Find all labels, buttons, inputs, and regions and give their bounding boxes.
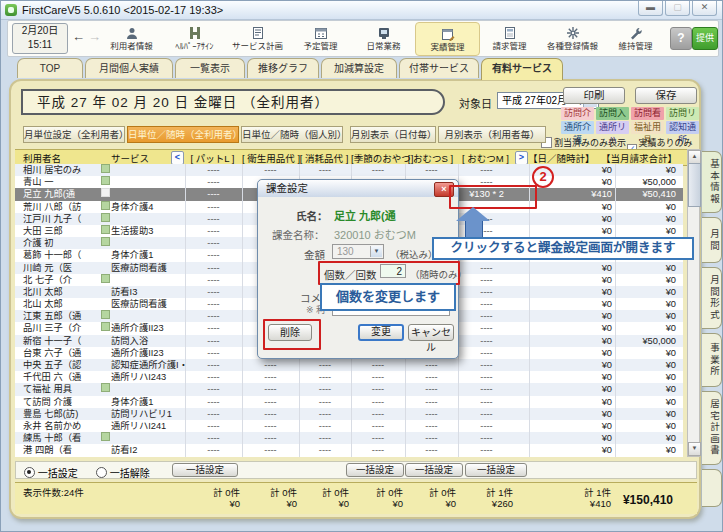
save-button[interactable]: 保存 (635, 87, 697, 104)
item-cell[interactable]: ---- (185, 322, 241, 334)
item-cell[interactable]: ---- (242, 396, 298, 408)
item-cell[interactable]: ---- (185, 201, 241, 213)
tab-2[interactable]: 月間個人実績 (85, 58, 173, 78)
item-cell[interactable]: ---- (405, 420, 457, 432)
item-cell[interactable]: ---- (185, 262, 241, 274)
item-cell[interactable]: ---- (405, 383, 457, 395)
item-cell[interactable]: ---- (299, 371, 350, 383)
item-cell[interactable]: ---- (458, 347, 514, 359)
bulk-set-radio[interactable]: 一括設定 (24, 465, 78, 480)
bulk-clear-radio[interactable]: 一括解除 (96, 465, 150, 480)
toolbar-nav-2[interactable]: ﾍﾙﾊﾟｰｱｻｲﾝ (163, 22, 226, 54)
item-cell[interactable]: ---- (405, 432, 457, 444)
view-mode-button[interactable]: 日単位／随時（個人別） (241, 126, 343, 143)
side-tab-1[interactable]: 基本情報 (702, 151, 722, 213)
table-row[interactable]: 中央 五子（認認知症通所介護I・------------------------… (15, 359, 683, 371)
bulk-set-button-diaper-s[interactable]: 一括設定 (405, 463, 463, 477)
radio-on-icon[interactable] (24, 467, 35, 478)
col-header-item-1[interactable]: [ パットL ] (185, 151, 240, 165)
column-scroll-right-button[interactable]: > (515, 151, 528, 165)
item-cell[interactable]: ---- (405, 444, 457, 456)
item-cell[interactable]: ---- (185, 188, 241, 200)
toolbar-nav-6[interactable]: 実績管理 (415, 22, 480, 56)
col-header-item-3[interactable]: [ 消耗品代 ] (299, 151, 349, 165)
item-cell[interactable]: ---- (458, 444, 514, 456)
maximize-button[interactable]: ▢ (665, 1, 690, 16)
bulk-set-button-snack[interactable]: 一括設定 (346, 463, 404, 477)
item-cell[interactable]: ---- (242, 408, 298, 420)
item-cell[interactable]: ---- (185, 383, 241, 395)
item-cell[interactable]: ---- (458, 371, 514, 383)
item-cell[interactable]: ---- (185, 164, 241, 176)
item-cell[interactable]: ---- (185, 396, 241, 408)
table-row[interactable]: て福祉 用具------------------------¥0¥0 (15, 383, 683, 395)
table-row[interactable]: 豊島 七郎(訪)訪問リハビリ1------------------------¥… (15, 408, 683, 420)
tab-3[interactable]: 一覧表示 (175, 58, 245, 78)
col-header-item-2[interactable]: [ 衛生用品代 ] (242, 151, 297, 165)
item-cell[interactable]: ---- (405, 164, 457, 176)
table-scrollbar[interactable]: ▲ ▼ (687, 149, 700, 457)
item-cell[interactable]: ---- (458, 335, 514, 347)
tab-5[interactable]: 加減算設定 (321, 58, 397, 78)
item-cell[interactable]: ---- (185, 213, 241, 225)
item-cell[interactable]: ---- (351, 444, 404, 456)
item-cell[interactable]: ---- (351, 371, 404, 383)
item-cell[interactable]: ---- (242, 371, 298, 383)
item-cell[interactable]: ---- (351, 408, 404, 420)
item-cell[interactable]: ---- (351, 359, 404, 371)
bulk-set-button-pad[interactable]: 一括設定 (172, 463, 238, 477)
view-mode-button[interactable]: 月別表示（日付毎） (350, 126, 436, 143)
toolbar-nav-9[interactable]: 維持管理 (604, 22, 667, 54)
cancel-button[interactable]: キャンセル (408, 324, 454, 341)
item-cell[interactable]: ---- (242, 444, 298, 456)
item-cell[interactable]: ---- (185, 298, 241, 310)
col-header-item-6[interactable]: [ おむつM ] (458, 151, 513, 165)
item-cell[interactable]: ---- (458, 396, 514, 408)
minimize-button[interactable]: ▬ (638, 1, 663, 16)
item-cell[interactable]: ---- (299, 383, 350, 395)
item-cell[interactable]: ---- (458, 322, 514, 334)
item-cell[interactable]: ---- (458, 164, 514, 176)
scrollbar-thumb[interactable] (688, 163, 701, 207)
side-tab-5[interactable]: 居宅計画書 (702, 391, 722, 465)
item-cell[interactable]: ---- (299, 420, 350, 432)
item-cell[interactable]: ---- (458, 420, 514, 432)
print-button[interactable]: 印刷 (563, 87, 625, 104)
item-cell[interactable]: ---- (299, 432, 350, 444)
back-arrow-icon[interactable]: ← (72, 29, 85, 44)
table-row[interactable]: 千代田 六（通通所リハI243------------------------¥… (15, 371, 683, 383)
item-cell[interactable]: ---- (185, 237, 241, 249)
item-cell[interactable]: ---- (299, 444, 350, 456)
tab-4[interactable]: 推移グラフ (247, 58, 319, 78)
item-cell[interactable]: ---- (458, 286, 514, 298)
item-cell[interactable]: ---- (242, 359, 298, 371)
table-row[interactable]: 相川 居宅のみ------------------------¥0¥0 (15, 164, 683, 176)
toolbar-nav-4[interactable]: 予定管理 (289, 22, 352, 54)
title-bar[interactable]: FirstCareV5 5.0.610 <2015-02-17 19:33> ▬… (1, 1, 722, 20)
item-cell[interactable]: ---- (242, 420, 298, 432)
item-cell[interactable]: ---- (458, 383, 514, 395)
item-cell[interactable]: ---- (458, 310, 514, 322)
item-cell[interactable]: ---- (185, 274, 241, 286)
side-tab-2[interactable]: 月間 (702, 217, 722, 263)
change-button[interactable]: 変更 (358, 324, 404, 341)
item-cell[interactable]: ---- (299, 359, 350, 371)
table-row[interactable]: て訪問 介護身体介護1------------------------¥0¥0 (15, 396, 683, 408)
item-cell[interactable]: ---- (458, 408, 514, 420)
toolbar-nav-8[interactable]: 各種登録情報 (541, 22, 604, 54)
item-cell[interactable]: ---- (242, 164, 298, 176)
item-cell[interactable]: ---- (185, 444, 241, 456)
side-tab-3[interactable]: 月間形式 (702, 267, 722, 329)
chevron-down-icon[interactable]: ▼ (370, 246, 382, 257)
bulk-set-button-diaper-m[interactable]: 一括設定 (465, 463, 527, 477)
help-button[interactable]: ? (670, 27, 692, 50)
item-cell[interactable]: ---- (299, 408, 350, 420)
item-cell[interactable]: ---- (185, 335, 241, 347)
item-cell[interactable]: ---- (299, 164, 350, 176)
item-cell[interactable]: ---- (185, 408, 241, 420)
dialog-title-bar[interactable]: 課金設定 (258, 180, 458, 197)
scroll-up-icon[interactable]: ▲ (688, 150, 701, 164)
item-cell[interactable]: ---- (458, 432, 514, 444)
col-header-item-5[interactable]: [ おむつS ] (405, 151, 456, 165)
table-row[interactable]: 練馬 十郎（看------------------------¥0¥0 (15, 432, 683, 444)
